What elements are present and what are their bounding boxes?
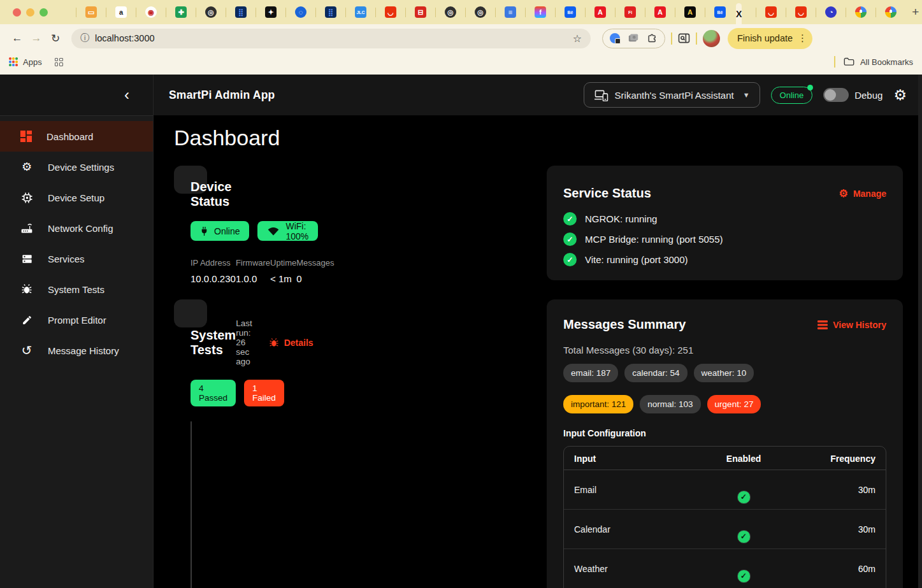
- reload-button[interactable]: ↻: [46, 32, 65, 45]
- bookmarks-bar: Apps All Bookmarks: [0, 52, 922, 71]
- pinned-tab[interactable]: a: [97, 0, 127, 24]
- pinned-tab[interactable]: ◌: [277, 0, 306, 24]
- scrollbar-track[interactable]: [918, 75, 922, 588]
- tab-favicon: ◡: [765, 6, 777, 18]
- back-button[interactable]: ←: [8, 32, 27, 45]
- minimize-window-button[interactable]: [26, 8, 34, 17]
- pinned-tab[interactable]: ▭: [67, 0, 97, 24]
- test-row: ✓ MCP Bridge Bridge & device online: [191, 552, 192, 588]
- server-icon: [20, 253, 33, 265]
- manage-services-link[interactable]: ⚙ Manage: [839, 187, 886, 199]
- maximize-window-button[interactable]: [40, 8, 48, 17]
- bookmark-star-icon[interactable]: ☆: [573, 32, 582, 45]
- site-info-icon[interactable]: ⓘ: [80, 32, 89, 44]
- window-controls[interactable]: [13, 8, 48, 17]
- browser-toolbar: ← → ↻ ⓘ localhost:3000 ☆ Finish update ⋮: [0, 24, 922, 52]
- pinned-tab[interactable]: ◎: [456, 0, 486, 24]
- password-manager-icon[interactable]: [610, 33, 620, 43]
- sidebar-item-prompt-editor[interactable]: Prompt Editor: [0, 305, 153, 335]
- address-bar[interactable]: ⓘ localhost:3000 ☆: [71, 29, 591, 48]
- browser-menu-icon[interactable]: ⋮: [798, 32, 807, 44]
- photos-extension-icon[interactable]: [628, 34, 638, 43]
- pinned-tab[interactable]: ⣿: [217, 0, 247, 24]
- pinned-tab[interactable]: Fi: [606, 0, 636, 24]
- apps-label[interactable]: Apps: [23, 57, 42, 67]
- sidebar-item-services[interactable]: Services: [0, 243, 153, 274]
- tab-favicon: ⣿: [235, 6, 247, 18]
- tests-table-header: Test Status: [191, 422, 192, 445]
- history-icon: ↺: [20, 343, 33, 358]
- input-config-heading: Input Configuration: [563, 428, 886, 438]
- view-history-link[interactable]: View History: [818, 320, 886, 330]
- pinned-tab[interactable]: A: [666, 0, 696, 24]
- pinned-tab[interactable]: ◉: [127, 0, 157, 24]
- pinned-tab[interactable]: A: [636, 0, 666, 24]
- profile-avatar[interactable]: [703, 30, 720, 47]
- pinned-tab[interactable]: ⊟: [396, 0, 426, 24]
- debug-toggle[interactable]: [823, 88, 849, 102]
- collapse-sidebar-button[interactable]: ‹: [124, 87, 129, 103]
- failed-badge: 1 Failed: [244, 380, 284, 406]
- sidebar-item-device-setup[interactable]: Device Setup: [0, 182, 153, 213]
- message-type-badge: weather: 10: [694, 364, 754, 382]
- close-window-button[interactable]: [13, 8, 21, 17]
- pinned-tab[interactable]: ◔: [807, 0, 837, 24]
- tab-favicon: [885, 6, 897, 18]
- pinned-tab[interactable]: ◡: [366, 0, 396, 24]
- sidebar-item-system-tests[interactable]: System Tests: [0, 274, 153, 305]
- new-tab-button[interactable]: +: [907, 5, 922, 19]
- pinned-tab[interactable]: ◡: [747, 0, 777, 24]
- pinned-tab[interactable]: ⣿: [306, 0, 336, 24]
- test-details-link[interactable]: Details: [269, 338, 313, 348]
- side-panel-icon[interactable]: [678, 33, 690, 44]
- sidebar-item-dashboard[interactable]: Dashboard: [0, 121, 153, 152]
- enabled-check-icon: ✓: [737, 491, 751, 504]
- folder-icon: [844, 57, 854, 66]
- message-type-badge: calendar: 54: [624, 364, 687, 382]
- tab-groups-icon[interactable]: [55, 58, 63, 66]
- forward-button[interactable]: →: [27, 32, 46, 45]
- pinned-tab[interactable]: JLC: [336, 0, 366, 24]
- pinned-tab[interactable]: Bē: [546, 0, 576, 24]
- check-circle-icon: ✓: [563, 253, 577, 266]
- pinned-tab[interactable]: ◡: [777, 0, 807, 24]
- priority-badge: urgent: 27: [707, 395, 761, 413]
- all-bookmarks-label[interactable]: All Bookmarks: [860, 57, 913, 67]
- sidebar-item-device-settings[interactable]: ⚙ Device Settings: [0, 152, 153, 182]
- sidebar: Dashboard ⚙ Device Settings Device Setup…: [0, 115, 154, 588]
- device-selector[interactable]: Srikanth's SmartPi Assistant ▼: [584, 82, 760, 108]
- tab-favicon: ✚: [175, 6, 187, 18]
- message-type-badges: email: 187 calendar: 54 weather: 10: [563, 364, 886, 382]
- test-row: ✓ NGROK Tunnel Tunnel accessible: [191, 522, 192, 552]
- online-status-badge: Online: [771, 87, 813, 104]
- tab-favicon: ✦: [265, 6, 277, 18]
- url-text[interactable]: localhost:3000: [95, 33, 155, 43]
- tab-favicon: Fi: [624, 6, 636, 18]
- pinned-tab[interactable]: ✚: [157, 0, 187, 24]
- test-row: ! N8N Workflow N8N webhook URL not confi…: [191, 474, 192, 522]
- sidebar-item-network-config[interactable]: Network Config: [0, 213, 153, 243]
- sidebar-item-message-history[interactable]: ↺ Message History: [0, 335, 153, 366]
- tab-favicon: ◎: [445, 6, 456, 18]
- pinned-tab[interactable]: Bē: [696, 0, 726, 24]
- pinned-tab[interactable]: A: [576, 0, 606, 24]
- settings-gear-icon[interactable]: ⚙: [893, 88, 907, 103]
- dashboard-icon: [20, 131, 32, 142]
- apps-grid-icon[interactable]: [9, 57, 18, 66]
- input-config-row: Calendar ✓ 30m: [564, 509, 886, 549]
- test-row: ✓ Device Connectivity Connected (2789ms): [191, 445, 192, 474]
- pinned-tab[interactable]: ✦: [247, 0, 277, 24]
- pinned-tab[interactable]: [837, 0, 867, 24]
- finish-update-button[interactable]: Finish update ⋮: [728, 28, 812, 49]
- pinned-tab[interactable]: ≡: [486, 0, 516, 24]
- pinned-tab[interactable]: ◎: [426, 0, 456, 24]
- pinned-tab[interactable]: [867, 0, 897, 24]
- pinned-tab[interactable]: ◎: [187, 0, 217, 24]
- active-tab[interactable]: X: [736, 3, 742, 24]
- list-icon: [818, 320, 828, 329]
- pinned-tab[interactable]: f: [516, 0, 546, 24]
- extensions-puzzle-icon[interactable]: [647, 33, 658, 44]
- tab-favicon: JLC: [355, 6, 366, 18]
- debug-label: Debug: [854, 90, 882, 101]
- browser-tab-strip: ▭ a ◉ ✚ ◎ ⣿: [0, 0, 922, 24]
